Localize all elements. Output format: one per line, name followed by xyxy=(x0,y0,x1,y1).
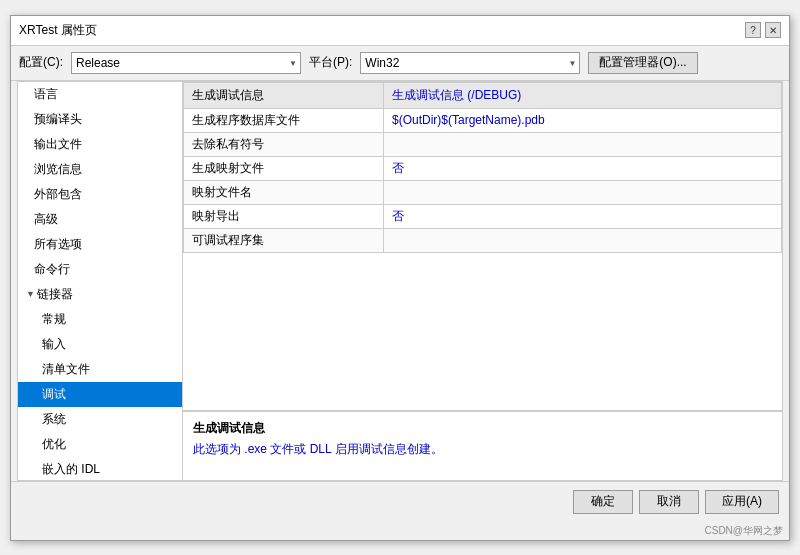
props-table: 生成调试信息 生成调试信息 (/DEBUG) 生成程序数据库文件 $(OutDi… xyxy=(183,82,782,253)
sidebar-item-optimize[interactable]: 优化 xyxy=(18,432,182,457)
prop-value: 否 xyxy=(384,156,782,180)
watermark: CSDN@华网之梦 xyxy=(11,522,789,540)
sidebar-item-all-options[interactable]: 所有选项 xyxy=(18,232,182,257)
config-select[interactable]: Release xyxy=(71,52,301,74)
prop-name: 映射导出 xyxy=(184,204,384,228)
sidebar-item-browse[interactable]: 浏览信息 xyxy=(18,157,182,182)
content-area: 语言 预编译头 输出文件 浏览信息 外部包含 高级 所有选项 命令行 ▼ 链接器… xyxy=(17,81,783,481)
table-row[interactable]: 映射导出 否 xyxy=(184,204,782,228)
sidebar-item-output[interactable]: 输出文件 xyxy=(18,132,182,157)
sidebar-item-precompile[interactable]: 预编译头 xyxy=(18,107,182,132)
table-row[interactable]: 生成映射文件 否 xyxy=(184,156,782,180)
col-header-name: 生成调试信息 xyxy=(184,82,384,108)
sidebar-item-input[interactable]: 输入 xyxy=(18,332,182,357)
sidebar-item-embedded-idl[interactable]: 嵌入的 IDL xyxy=(18,457,182,480)
col-header-value: 生成调试信息 (/DEBUG) xyxy=(384,82,782,108)
platform-select-wrapper: Win32 xyxy=(360,52,580,74)
ok-button[interactable]: 确定 xyxy=(573,490,633,514)
table-row[interactable]: 去除私有符号 xyxy=(184,132,782,156)
sidebar-item-linker[interactable]: ▼ 链接器 xyxy=(18,282,182,307)
prop-name: 映射文件名 xyxy=(184,180,384,204)
prop-name: 可调试程序集 xyxy=(184,228,384,252)
prop-name: 生成程序数据库文件 xyxy=(184,108,384,132)
sidebar-item-debug[interactable]: 调试 xyxy=(18,382,182,407)
sidebar-item-external[interactable]: 外部包含 xyxy=(18,182,182,207)
dialog-title: XRTest 属性页 xyxy=(19,22,97,39)
prop-value xyxy=(384,180,782,204)
prop-value xyxy=(384,228,782,252)
prop-value xyxy=(384,132,782,156)
title-bar-controls: ? ✕ xyxy=(745,22,781,38)
prop-value: $(OutDir)$(TargetName).pdb xyxy=(384,108,782,132)
cancel-button[interactable]: 取消 xyxy=(639,490,699,514)
linker-arrow-icon: ▼ xyxy=(26,289,35,299)
config-label: 配置(C): xyxy=(19,54,63,71)
prop-name: 生成映射文件 xyxy=(184,156,384,180)
sidebar-item-general[interactable]: 常规 xyxy=(18,307,182,332)
sidebar-item-system[interactable]: 系统 xyxy=(18,407,182,432)
sidebar-item-cmdline[interactable]: 命令行 xyxy=(18,257,182,282)
prop-value: 否 xyxy=(384,204,782,228)
table-row[interactable]: 可调试程序集 xyxy=(184,228,782,252)
property-table: 生成调试信息 生成调试信息 (/DEBUG) 生成程序数据库文件 $(OutDi… xyxy=(183,82,782,410)
platform-select[interactable]: Win32 xyxy=(360,52,580,74)
help-button[interactable]: ? xyxy=(745,22,761,38)
toolbar: 配置(C): Release 平台(P): Win32 配置管理器(O)... xyxy=(11,46,789,81)
prop-name: 去除私有符号 xyxy=(184,132,384,156)
table-row[interactable]: 映射文件名 xyxy=(184,180,782,204)
sidebar-item-manifest-file[interactable]: 清单文件 xyxy=(18,357,182,382)
sidebar-item-advanced[interactable]: 高级 xyxy=(18,207,182,232)
sidebar: 语言 预编译头 输出文件 浏览信息 外部包含 高级 所有选项 命令行 ▼ 链接器… xyxy=(18,82,183,480)
description-text: 此选项为 .exe 文件或 DLL 启用调试信息创建。 xyxy=(193,441,772,458)
config-select-wrapper: Release xyxy=(71,52,301,74)
config-manager-button[interactable]: 配置管理器(O)... xyxy=(588,52,697,74)
description-title: 生成调试信息 xyxy=(193,420,772,437)
table-row[interactable]: 生成程序数据库文件 $(OutDir)$(TargetName).pdb xyxy=(184,108,782,132)
sidebar-item-language[interactable]: 语言 xyxy=(18,82,182,107)
description-panel: 生成调试信息 此选项为 .exe 文件或 DLL 启用调试信息创建。 xyxy=(183,410,782,480)
title-bar: XRTest 属性页 ? ✕ xyxy=(11,16,789,46)
main-dialog: XRTest 属性页 ? ✕ 配置(C): Release 平台(P): Win… xyxy=(10,15,790,541)
close-button[interactable]: ✕ xyxy=(765,22,781,38)
platform-label: 平台(P): xyxy=(309,54,352,71)
footer: 确定 取消 应用(A) xyxy=(11,481,789,522)
main-panel: 生成调试信息 生成调试信息 (/DEBUG) 生成程序数据库文件 $(OutDi… xyxy=(183,82,782,480)
apply-button[interactable]: 应用(A) xyxy=(705,490,779,514)
